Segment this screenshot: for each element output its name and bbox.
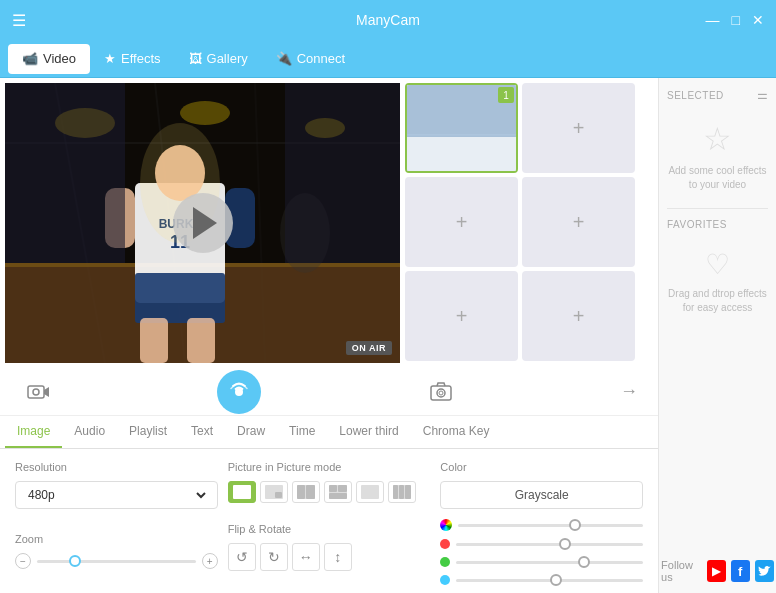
youtube-button[interactable]: ▶ bbox=[707, 560, 726, 582]
tool-tab-audio[interactable]: Audio bbox=[62, 416, 117, 448]
follow-label: Follow us bbox=[661, 559, 701, 583]
thumbnails-panel: 1 + + + + + bbox=[400, 78, 640, 368]
color-slider-thumb-red[interactable] bbox=[559, 538, 571, 550]
add-source-icon-3: + bbox=[456, 211, 468, 234]
facebook-button[interactable]: f bbox=[731, 560, 750, 582]
filter-icon[interactable]: ⚌ bbox=[757, 88, 769, 102]
tool-tab-playlist[interactable]: Playlist bbox=[117, 416, 179, 448]
color-slider-track-rgb[interactable] bbox=[458, 524, 643, 527]
zoom-slider-thumb[interactable] bbox=[69, 555, 81, 567]
close-button[interactable]: ✕ bbox=[752, 12, 764, 28]
star-empty-icon: ☆ bbox=[703, 120, 732, 158]
svg-point-6 bbox=[180, 101, 230, 125]
svg-rect-21 bbox=[285, 83, 400, 263]
flip-rotate-buttons: ↺ ↻ ↔ ↕ bbox=[228, 543, 431, 571]
color-slider-red bbox=[440, 539, 643, 549]
tab-gallery[interactable]: 🖼 Gallery bbox=[175, 44, 262, 74]
gallery-icon: 🖼 bbox=[189, 51, 202, 66]
heart-icon: ♡ bbox=[705, 248, 730, 281]
twitter-icon bbox=[758, 566, 771, 577]
color-slider-thumb-cyan[interactable] bbox=[550, 574, 562, 586]
minimize-button[interactable]: — bbox=[706, 12, 720, 28]
pip-modes bbox=[228, 481, 431, 503]
color-slider-thumb-green[interactable] bbox=[578, 556, 590, 568]
color-slider-rgb bbox=[440, 519, 643, 531]
effects-icon: ★ bbox=[104, 51, 116, 66]
pip-mode-2[interactable] bbox=[292, 481, 320, 503]
main-content: BURKS 11 bbox=[0, 78, 776, 593]
color-slider-track-green[interactable] bbox=[456, 561, 643, 564]
pip-mode-full[interactable] bbox=[228, 481, 256, 503]
pip-mode-2-icon bbox=[297, 485, 315, 499]
favorites-hint: Drag and dtrop effects for easy access bbox=[667, 287, 768, 315]
green-dot bbox=[440, 557, 450, 567]
app-title: ManyCam bbox=[356, 12, 420, 28]
thumbnail-2[interactable]: + bbox=[522, 83, 635, 173]
color-slider-track-red[interactable] bbox=[456, 543, 643, 546]
color-slider-green bbox=[440, 557, 643, 567]
thumbnail-3[interactable]: + bbox=[405, 177, 518, 267]
flip-horizontal-button[interactable]: ↔ bbox=[292, 543, 320, 571]
add-source-icon-4: + bbox=[573, 211, 585, 234]
pip-mode-5[interactable] bbox=[388, 481, 416, 503]
svg-rect-18 bbox=[187, 318, 215, 363]
video-icon: 📹 bbox=[22, 51, 38, 66]
maximize-button[interactable]: □ bbox=[732, 12, 740, 28]
pip-mode-1[interactable] bbox=[260, 481, 288, 503]
camera-button[interactable] bbox=[20, 374, 56, 410]
tool-tab-lower-third[interactable]: Lower third bbox=[327, 416, 410, 448]
tool-tab-draw[interactable]: Draw bbox=[225, 416, 277, 448]
svg-rect-27 bbox=[28, 386, 44, 398]
camera-photo-button[interactable] bbox=[423, 374, 459, 410]
twitter-button[interactable] bbox=[755, 560, 774, 582]
tool-tab-image[interactable]: Image bbox=[5, 416, 62, 448]
resolution-dropdown[interactable]: 480p 240p 720p 1080p bbox=[24, 487, 209, 503]
color-slider-cyan bbox=[440, 575, 643, 585]
broadcast-button[interactable] bbox=[217, 370, 261, 414]
right-panel: SELECTED ⚌ ☆ Add some cool effects to yo… bbox=[658, 78, 776, 593]
pip-mode-1-icon bbox=[265, 485, 283, 499]
video-preview: BURKS 11 bbox=[5, 83, 400, 363]
color-slider-track-cyan[interactable] bbox=[456, 579, 643, 582]
zoom-increase-button[interactable]: + bbox=[202, 553, 218, 569]
zoom-decrease-button[interactable]: − bbox=[15, 553, 31, 569]
tab-connect[interactable]: 🔌 Connect bbox=[262, 44, 359, 74]
follow-us-section: Follow us ▶ f bbox=[661, 559, 774, 583]
color-sliders bbox=[440, 519, 643, 585]
window-controls: — □ ✕ bbox=[706, 12, 764, 28]
tool-tab-chroma-key[interactable]: Chroma Key bbox=[411, 416, 502, 448]
pip-mode-4[interactable] bbox=[356, 481, 384, 503]
grayscale-button[interactable]: Grayscale bbox=[440, 481, 643, 509]
thumbnail-6[interactable]: + bbox=[522, 271, 635, 361]
rotate-right-button[interactable]: ↻ bbox=[260, 543, 288, 571]
tool-tab-text[interactable]: Text bbox=[179, 416, 225, 448]
tab-video[interactable]: 📹 Video bbox=[8, 44, 90, 74]
color-slider-thumb-rgb[interactable] bbox=[569, 519, 581, 531]
thumbnail-5[interactable]: + bbox=[405, 271, 518, 361]
flip-vertical-button[interactable]: ↕ bbox=[324, 543, 352, 571]
selected-section-title: SELECTED ⚌ bbox=[667, 88, 768, 102]
rotate-left-button[interactable]: ↺ bbox=[228, 543, 256, 571]
svg-point-33 bbox=[439, 391, 443, 395]
arrow-right-icon: → bbox=[620, 381, 638, 402]
svg-rect-24 bbox=[407, 135, 518, 171]
svg-point-32 bbox=[437, 389, 445, 397]
tool-tab-time[interactable]: Time bbox=[277, 416, 327, 448]
tab-effects[interactable]: ★ Effects bbox=[90, 44, 175, 74]
title-bar: ☰ ManyCam — □ ✕ bbox=[0, 0, 776, 40]
pip-mode-3-icon bbox=[329, 485, 347, 499]
pip-mode-3[interactable] bbox=[324, 481, 352, 503]
selected-hint: Add some cool effects to your video bbox=[667, 164, 768, 192]
menu-icon[interactable]: ☰ bbox=[12, 11, 26, 30]
thumbnail-1[interactable]: 1 bbox=[405, 83, 518, 173]
svg-rect-16 bbox=[135, 273, 225, 323]
zoom-slider-track[interactable] bbox=[37, 560, 196, 563]
zoom-label: Zoom bbox=[15, 533, 218, 545]
thumbnail-4[interactable]: + bbox=[522, 177, 635, 267]
play-button[interactable] bbox=[173, 193, 233, 253]
connect-icon: 🔌 bbox=[276, 51, 292, 66]
tool-tabs: Image Audio Playlist Text Draw Time Lowe… bbox=[0, 416, 658, 449]
resolution-select[interactable]: 480p 240p 720p 1080p bbox=[15, 481, 218, 509]
svg-rect-17 bbox=[140, 318, 168, 363]
pip-mode-full-icon bbox=[233, 485, 251, 499]
